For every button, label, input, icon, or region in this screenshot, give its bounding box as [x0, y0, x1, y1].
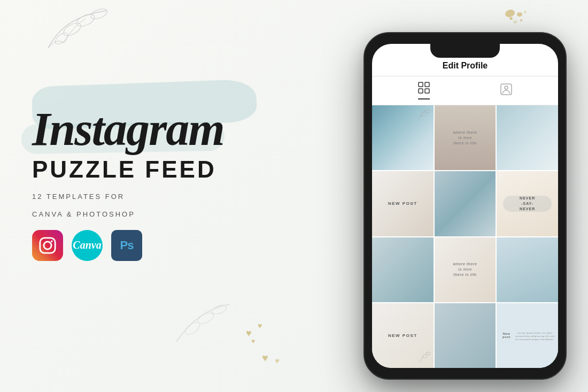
- grid-cell-10: NEW POST: [372, 303, 434, 368]
- leaf-decoration-bottom: [171, 299, 235, 349]
- grid-tab[interactable]: [418, 82, 430, 99]
- left-content-area: Instagram PUZZLE FEED 12 TEMPLATES FOR C…: [32, 107, 315, 261]
- svg-rect-12: [419, 89, 423, 93]
- grid-cell-8: where thereis lovethere is life: [435, 237, 496, 302]
- photoshop-icon: Ps: [111, 230, 142, 261]
- svg-rect-7: [40, 237, 55, 252]
- svg-point-15: [505, 86, 508, 89]
- svg-point-9: [51, 240, 52, 242]
- subtitle: PUZZLE FEED: [32, 156, 315, 183]
- grid-cell-3: [497, 105, 558, 170]
- grid-cell-4: NEW POST: [372, 171, 434, 236]
- phone-screen: Edit Profile: [372, 44, 558, 368]
- templates-line1: 12 TEMPLATES FOR: [32, 193, 315, 201]
- screen-tabs[interactable]: [372, 76, 558, 105]
- svg-point-8: [44, 242, 51, 249]
- screen-content: Edit Profile: [372, 44, 558, 368]
- leaf-decoration-top-left: [43, 5, 128, 61]
- profile-tab[interactable]: [500, 83, 512, 98]
- grid-cell-1: [372, 105, 434, 170]
- grid-cell-5: [435, 171, 496, 236]
- phone-notch: [430, 44, 500, 58]
- grid-cell-12: New post Lorem ipsum dolor sit amet cons…: [497, 303, 558, 368]
- grid-cell-2: where thereis lovethere is life: [435, 105, 496, 170]
- grid-cell-7: [372, 237, 434, 302]
- svg-rect-11: [425, 82, 429, 87]
- instagram-icon: [32, 230, 63, 261]
- grid-cell-6: NEVER-SAY-NEVER: [497, 171, 558, 236]
- instagram-grid: where thereis lovethere is life: [372, 105, 558, 368]
- grid-cell-11: [435, 303, 496, 368]
- canva-icon: Canva: [72, 230, 103, 261]
- svg-rect-13: [425, 89, 429, 93]
- main-title: Instagram: [32, 107, 315, 152]
- svg-point-19: [425, 352, 430, 356]
- phone-frame: Edit Profile: [363, 32, 567, 380]
- phone-mockup: Edit Profile: [363, 32, 572, 385]
- svg-point-1: [75, 12, 96, 29]
- templates-line2: CANVA & PHOTOSHOP: [32, 210, 315, 218]
- svg-point-18: [422, 353, 428, 358]
- app-icons-row: Canva Ps: [32, 230, 315, 261]
- grid-cell-9: [497, 237, 558, 302]
- svg-rect-10: [419, 82, 423, 87]
- svg-point-3: [53, 31, 69, 47]
- screen-title: Edit Profile: [383, 61, 547, 71]
